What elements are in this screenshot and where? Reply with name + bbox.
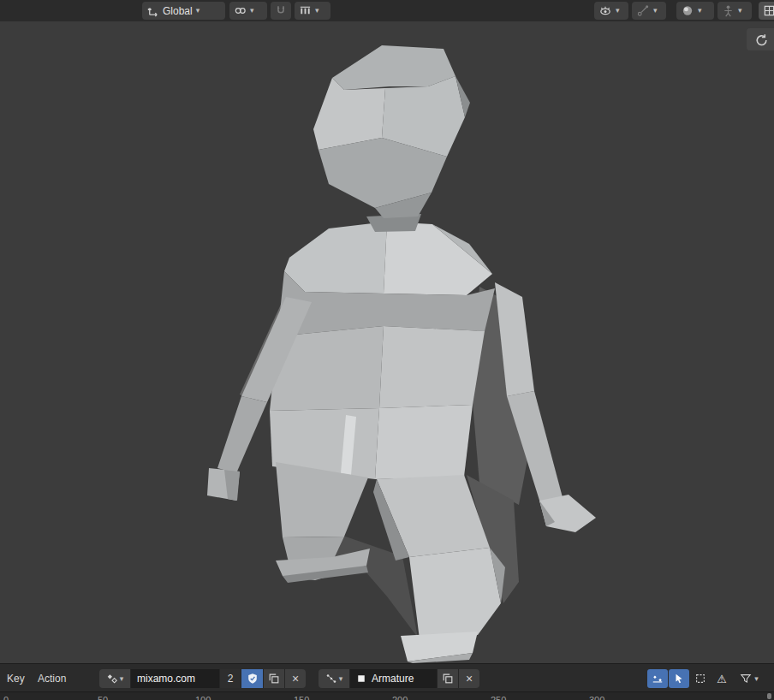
- unlink-action-button[interactable]: ×: [284, 669, 306, 688]
- orientation-label: Global: [163, 5, 193, 17]
- pivot-point-icon: [234, 4, 247, 17]
- show-errors-toggle[interactable]: ⚠: [711, 669, 732, 688]
- new-action-button[interactable]: [263, 669, 284, 688]
- object-data-icon: [356, 673, 366, 684]
- overlays-icon: [636, 4, 650, 17]
- chevron-down-icon: ▾: [315, 7, 319, 15]
- action-name-text: mixamo.com: [137, 673, 195, 685]
- action-users-count[interactable]: 2: [219, 669, 241, 688]
- only-selected-toggle[interactable]: [669, 669, 689, 688]
- magnet-icon: [275, 4, 287, 17]
- action-name-field[interactable]: mixamo.com: [130, 669, 219, 688]
- frame-number: 300: [589, 695, 604, 700]
- snap-increment-icon: [299, 4, 312, 17]
- show-gizmos-dropdown[interactable]: ▾: [594, 2, 628, 20]
- animation-channels-icon: [325, 673, 337, 685]
- frame-number: 100: [195, 695, 211, 700]
- browse-action-dropdown[interactable]: ▾: [99, 669, 130, 688]
- chevron-down-icon: ▾: [250, 7, 254, 15]
- show-hidden-toggle[interactable]: [690, 669, 711, 688]
- orientation-axes-icon: [146, 4, 159, 17]
- viewport-corner-widget[interactable]: [747, 28, 774, 50]
- hidden-box-icon: [694, 673, 706, 685]
- action-datablock-group: ▾ mixamo.com 2 ×: [99, 669, 306, 688]
- frame-number: 150: [294, 695, 309, 700]
- snap-toggle-button[interactable]: [271, 2, 291, 20]
- dopesheet-header: Key Action ▾ mixamo.com 2: [0, 663, 774, 692]
- clipped-icon: [763, 4, 774, 17]
- timeline-scrollbar[interactable]: [767, 693, 771, 699]
- close-icon: ×: [466, 673, 473, 685]
- figure-icon: [722, 4, 735, 17]
- keyframe-grid-icon: [652, 673, 664, 685]
- chevron-down-icon: ▾: [196, 7, 200, 15]
- frame-number: 0: [3, 695, 9, 700]
- shading-sphere-icon: [681, 4, 694, 17]
- duplicate-icon: [268, 673, 280, 685]
- show-overlays-dropdown[interactable]: ▾: [632, 2, 666, 20]
- object-name-text: Armature: [372, 673, 414, 685]
- chevron-down-icon: ▾: [120, 675, 124, 683]
- armature-datablock-group: ▾ Armature ×: [319, 669, 479, 688]
- character-model: [0, 21, 774, 663]
- pivot-point-dropdown[interactable]: ▾: [229, 2, 267, 20]
- normalize-toggle[interactable]: [647, 669, 668, 688]
- frame-number: 250: [491, 695, 506, 700]
- key-menu[interactable]: Key: [0, 664, 32, 692]
- frame-number: 200: [392, 695, 408, 700]
- cursor-arrow-icon: [673, 673, 685, 685]
- duplicate-icon: [442, 673, 454, 685]
- fake-user-toggle[interactable]: [241, 669, 263, 688]
- rotate-view-icon: [753, 33, 768, 47]
- viewport-shading-dropdown[interactable]: ▾: [676, 2, 714, 20]
- action-keyframes-icon: [106, 673, 118, 685]
- action-menu[interactable]: Action: [31, 664, 73, 692]
- chevron-down-icon: ▾: [738, 7, 742, 15]
- unlink-data-button[interactable]: ×: [458, 669, 479, 688]
- filter-toggles: ⚠ ▾: [647, 669, 765, 688]
- frame-number: 50: [98, 695, 108, 700]
- browse-channel-dropdown[interactable]: ▾: [319, 669, 349, 688]
- shield-check-icon: [247, 673, 259, 685]
- funnel-icon: [740, 673, 752, 685]
- timeline-strip[interactable]: 0 50 100 150 200 250 300: [0, 691, 774, 700]
- chevron-down-icon: ▾: [339, 675, 343, 683]
- chevron-down-icon: ▾: [616, 7, 620, 15]
- copy-data-button[interactable]: [437, 669, 458, 688]
- gizmo-eye-icon: [598, 4, 612, 17]
- viewport-canvas[interactable]: [0, 21, 774, 663]
- transform-orientation-dropdown[interactable]: Global ▾: [142, 2, 225, 20]
- action-menu-label: Action: [38, 673, 66, 685]
- chevron-down-icon: ▾: [754, 675, 759, 683]
- snap-settings-dropdown[interactable]: ▾: [295, 2, 330, 20]
- chevron-down-icon: ▾: [698, 7, 702, 15]
- close-icon: ×: [292, 673, 299, 685]
- key-menu-label: Key: [7, 673, 25, 685]
- filter-dropdown[interactable]: ▾: [733, 669, 765, 688]
- viewport-header: Global ▾ ▾ ▾ ▾: [0, 0, 774, 22]
- pose-options-dropdown[interactable]: ▾: [717, 2, 752, 20]
- object-name-field[interactable]: Armature: [349, 669, 437, 688]
- chevron-down-icon: ▾: [653, 7, 658, 15]
- users-count-text: 2: [228, 673, 234, 685]
- warning-icon: ⚠: [717, 673, 727, 685]
- clipped-header-button[interactable]: [759, 2, 774, 20]
